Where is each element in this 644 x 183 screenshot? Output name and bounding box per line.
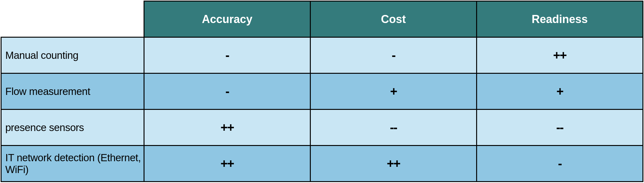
table-row: Flow measurement - + + — [1, 73, 643, 110]
row-label: IT network detection (Ethernet, WiFi) — [1, 146, 144, 182]
column-header: Readiness — [476, 1, 643, 37]
comparison-table: Accuracy Cost Readiness Manual counting … — [1, 1, 643, 182]
cell-value: -- — [476, 110, 643, 146]
table-row: presence sensors ++ -- -- — [1, 110, 643, 146]
table-header-row: Accuracy Cost Readiness — [1, 1, 643, 37]
cell-value: - — [476, 146, 643, 182]
column-header: Accuracy — [144, 1, 310, 37]
cell-value: + — [476, 73, 643, 110]
cell-value: - — [144, 73, 310, 110]
cell-value: + — [310, 73, 476, 110]
row-label: Manual counting — [1, 37, 144, 73]
header-empty-cell — [1, 1, 144, 37]
column-header: Cost — [310, 1, 476, 37]
cell-value: ++ — [144, 146, 310, 182]
cell-value: ++ — [476, 37, 643, 73]
cell-value: ++ — [144, 110, 310, 146]
cell-value: - — [144, 37, 310, 73]
row-label: presence sensors — [1, 110, 144, 146]
table-row: IT network detection (Ethernet, WiFi) ++… — [1, 146, 643, 182]
cell-value: ++ — [310, 146, 476, 182]
cell-value: - — [310, 37, 476, 73]
cell-value: -- — [310, 110, 476, 146]
row-label: Flow measurement — [1, 73, 144, 110]
table-row: Manual counting - - ++ — [1, 37, 643, 73]
